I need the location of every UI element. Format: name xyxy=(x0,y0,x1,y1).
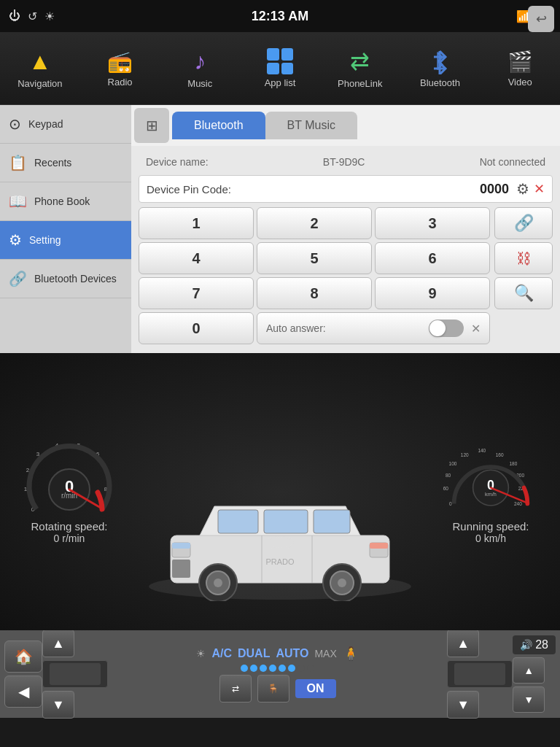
sidebar-recents-label: Recents xyxy=(34,157,71,169)
svg-text:240: 240 xyxy=(514,500,522,506)
fan-dot-2 xyxy=(250,665,257,672)
rpm-title: Rotating speed: xyxy=(31,520,107,533)
vol-down-btn[interactable]: ▼ xyxy=(513,686,545,713)
body-icon: 🧍 xyxy=(343,646,359,662)
temp-up-left[interactable]: ▲ xyxy=(42,630,74,657)
nav-video-label: Video xyxy=(508,77,532,88)
key-3[interactable]: 3 xyxy=(375,207,490,239)
ac-heater-icon: ☀ xyxy=(196,648,206,659)
svg-rect-31 xyxy=(172,560,190,578)
volume-display: 🔊 28 xyxy=(513,635,556,654)
nav-navigation[interactable]: ▲ Navigation xyxy=(0,48,80,89)
nav-music[interactable]: ♪ Music xyxy=(160,48,240,89)
nav-video[interactable]: 🎬 Video xyxy=(480,50,560,88)
key-7[interactable]: 7 xyxy=(139,277,254,309)
back-button[interactable]: ↩ xyxy=(528,6,554,32)
svg-rect-16 xyxy=(218,510,258,533)
speed-title: Running speed: xyxy=(452,520,529,533)
auto-answer-row: Auto answer: ✕ xyxy=(257,312,490,344)
btdevices-icon: 🔗 xyxy=(9,270,27,287)
temp-right-controls: ▲ ▼ xyxy=(447,630,513,719)
search-button[interactable]: 🔍 xyxy=(494,277,553,309)
pin-code-value: 0000 xyxy=(480,182,509,197)
auto-answer-label: Auto answer: xyxy=(266,322,421,334)
bluetooth-icon: ᛒ xyxy=(427,48,453,74)
nav-applist[interactable]: App list xyxy=(240,48,320,88)
svg-text:180: 180 xyxy=(509,460,517,465)
dual-label: DUAL xyxy=(238,647,270,660)
vent-toggle[interactable]: ⇄ xyxy=(219,675,252,703)
tab-row: ⊞ Bluetooth BT Music ↩ xyxy=(131,105,560,146)
phonelink-icon: ⇄ xyxy=(350,47,370,75)
pin-clear-icon[interactable]: ✕ xyxy=(534,181,545,197)
key-0[interactable]: 0 xyxy=(139,312,254,344)
link-button[interactable]: 🔗 xyxy=(494,207,553,239)
tab-btmusic[interactable]: BT Music xyxy=(265,112,357,139)
clock: 12:13 AM xyxy=(252,9,308,24)
device-id: BT-9D9C xyxy=(323,156,365,168)
key-5[interactable]: 5 xyxy=(257,242,372,274)
fan-dot-4 xyxy=(269,665,276,672)
svg-text:km/h: km/h xyxy=(485,490,497,497)
key-9[interactable]: 9 xyxy=(375,277,490,309)
sidebar-btdevices-label: Bluetooth Devices xyxy=(34,273,117,285)
key-4[interactable]: 4 xyxy=(139,242,254,274)
sidebar-item-phonebook[interactable]: 📖 Phone Book xyxy=(0,182,131,221)
status-bar: ⏻ ↺ ☀ 12:13 AM 📶 🔋 xyxy=(0,0,560,32)
sidebar-setting-label: Setting xyxy=(29,234,61,246)
svg-text:140: 140 xyxy=(478,447,486,452)
tab-bluetooth[interactable]: Bluetooth xyxy=(172,112,265,139)
temp-down-right[interactable]: ▼ xyxy=(447,691,479,719)
key-1[interactable]: 1 xyxy=(139,207,254,239)
main-panel: ⊞ Bluetooth BT Music ↩ Device name: BT-9… xyxy=(131,105,560,353)
key-8[interactable]: 8 xyxy=(257,277,372,309)
svg-rect-18 xyxy=(314,510,350,533)
nav-bluetooth-label: Bluetooth xyxy=(420,77,460,88)
temp-up-right[interactable]: ▲ xyxy=(447,630,479,657)
nav-radio[interactable]: 📻 Radio xyxy=(80,50,160,88)
settings-panel-btn[interactable]: ⊞ xyxy=(134,108,169,143)
dashboard: 0 1 2 3 4 5 6 7 8 0 r/min Rotating xyxy=(0,353,560,630)
pin-row: Device Pin Code: 0000 ⚙ ✕ xyxy=(139,175,553,203)
svg-point-30 xyxy=(338,578,346,587)
nav-bar: ▲ Navigation 📻 Radio ♪ Music App list ⇄ … xyxy=(0,32,560,105)
sidebar-item-recents[interactable]: 📋 Recents xyxy=(0,144,131,182)
vol-buttons: ▲ xyxy=(513,657,556,684)
home-button[interactable]: 🏠 xyxy=(4,640,42,673)
unlink-button[interactable]: ⛓ xyxy=(494,242,553,274)
auto-answer-toggle[interactable] xyxy=(429,320,464,337)
nav-music-label: Music xyxy=(187,78,212,89)
ac-label: A/C xyxy=(211,647,232,660)
svg-text:120: 120 xyxy=(461,452,469,457)
nav-phonelink[interactable]: ⇄ PhoneLink xyxy=(320,47,400,89)
auto-answer-close[interactable]: ✕ xyxy=(471,322,481,336)
svg-text:0: 0 xyxy=(487,477,494,492)
back-nav-button[interactable]: ◀ xyxy=(4,676,42,708)
key-6[interactable]: 6 xyxy=(375,242,490,274)
fan-dot-5 xyxy=(279,665,286,672)
navigation-icon: ▲ xyxy=(28,48,52,75)
sidebar-item-setting[interactable]: ⚙ Setting xyxy=(0,221,131,260)
pin-settings-icon[interactable]: ⚙ xyxy=(516,180,529,198)
on-button[interactable]: ON xyxy=(295,679,336,698)
seat-btn[interactable]: 🪑 xyxy=(257,675,289,703)
sidebar-item-keypad[interactable]: ⊙ Keypad xyxy=(0,105,131,144)
vol-up-btn[interactable]: ▲ xyxy=(513,657,545,684)
fan-dot-3 xyxy=(260,665,267,672)
temp-bar-right xyxy=(454,663,505,685)
svg-rect-22 xyxy=(172,543,190,549)
temp-down-left[interactable]: ▼ xyxy=(42,691,74,719)
rpm-gauge-svg: 0 1 2 3 4 5 6 7 8 0 r/min xyxy=(22,440,117,520)
sidebar-item-btdevices[interactable]: 🔗 Bluetooth Devices xyxy=(0,260,131,298)
bottom-left-controls: 🏠 ◀ xyxy=(4,640,42,708)
svg-text:80: 80 xyxy=(446,472,451,477)
setting-icon: ⚙ xyxy=(9,231,22,249)
fan-dot-8 xyxy=(307,665,314,672)
fan-dot-1 xyxy=(241,665,248,672)
car-svg: PRADO xyxy=(134,470,426,601)
nav-bluetooth[interactable]: ᛒ Bluetooth xyxy=(400,48,481,88)
key-2[interactable]: 2 xyxy=(257,207,372,239)
temp-left-controls: ▲ ▼ xyxy=(42,630,108,719)
side-actions: 🔗 ⛓ 🔍 xyxy=(494,207,553,344)
speed-gauge: 0 60 80 100 120 140 160 180 200 220 240 … xyxy=(443,440,538,544)
